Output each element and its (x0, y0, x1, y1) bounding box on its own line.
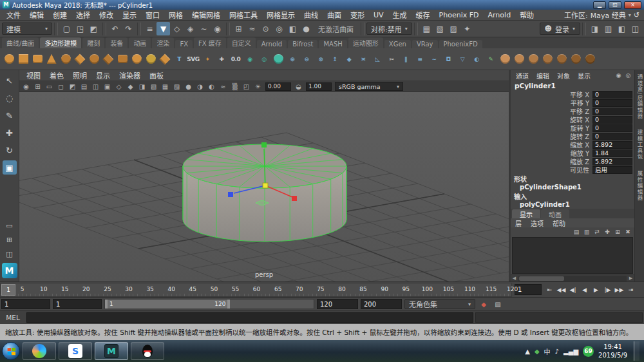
go-to-end-button[interactable]: ⇥ (625, 284, 636, 295)
scale-tool-icon[interactable]: ▣ (3, 160, 17, 175)
open-render-view-icon[interactable]: ▦ (420, 22, 433, 35)
boolean-difference-icon[interactable]: ⊖ (299, 50, 314, 69)
minimize-button[interactable]: ▁ (593, 1, 606, 9)
menu-item[interactable]: 网格工具 (225, 10, 262, 20)
poly-gear-icon[interactable] (144, 50, 158, 69)
menu-item[interactable]: UV (369, 11, 388, 19)
select-hierarchy-icon[interactable]: ≡ (143, 22, 156, 35)
playback-start-field[interactable]: 1 (53, 299, 102, 309)
move-tool-icon[interactable]: ✚ (3, 126, 17, 140)
menu-item[interactable]: 生成 (388, 10, 412, 20)
poly-plane-icon[interactable] (73, 50, 87, 69)
toolbar-separator[interactable] (226, 23, 230, 35)
mirror-icon[interactable]: ◐ (469, 50, 484, 69)
resolution-gate-icon[interactable]: ◻ (55, 82, 66, 91)
layer-playback-mode-icon[interactable]: ▥ (582, 228, 591, 236)
textured-display-icon[interactable]: ▨ (171, 82, 182, 91)
svg-tool-icon[interactable]: SVG (186, 50, 200, 69)
panel-menu-item[interactable]: 视图 (22, 70, 45, 81)
shelf-tab[interactable]: 动画 (129, 37, 151, 48)
channel-attribute-value[interactable]: 1.84 (592, 149, 632, 157)
menu-item[interactable]: 帮助 (515, 10, 538, 20)
safe-action-icon[interactable]: ◫ (90, 82, 101, 91)
menu-item[interactable]: 选择 (71, 10, 95, 20)
renderer-settings-icon[interactable]: ◉ (21, 82, 32, 91)
restore-button[interactable]: ◱ (609, 1, 621, 9)
wireframe-on-shaded-icon[interactable]: ▦ (160, 82, 171, 91)
separate-icon[interactable]: ◎ (257, 50, 271, 69)
shelf-tab[interactable]: VRay (412, 40, 438, 48)
sidebar-vertical-tab[interactable]: 属性编辑器 (636, 171, 643, 202)
attribute-editor-toggle-icon[interactable]: ◧ (615, 22, 629, 35)
grab-sculpt-icon[interactable] (540, 50, 554, 69)
insert-edge-loop-icon[interactable]: ∥ (399, 50, 413, 69)
toolbar-separator[interactable] (361, 23, 365, 35)
layer-editor-menu-item[interactable]: 帮助 (548, 218, 570, 228)
boolean-union-icon[interactable]: ⊕ (285, 50, 299, 69)
smooth-sculpt-icon[interactable] (512, 50, 526, 69)
gpu-cache-icon[interactable]: ◰ (241, 82, 252, 91)
persp-outliner-layout-icon[interactable]: ◫ (3, 249, 17, 260)
shelf-tab[interactable]: 运动图形 (348, 37, 383, 48)
menu-item[interactable]: 网格 (164, 10, 187, 20)
viewport-scene[interactable] (19, 92, 509, 281)
poly-sphere-icon[interactable] (2, 50, 16, 69)
close-button[interactable]: × (624, 1, 641, 9)
ambient-occlusion-icon[interactable]: ◐ (206, 82, 217, 91)
shelf-tab[interactable]: XGen (384, 40, 411, 48)
start-button[interactable] (2, 342, 20, 360)
exposure-field[interactable]: 0.00 (265, 82, 291, 91)
scale-z-handle[interactable] (228, 192, 233, 197)
character-set-dropdown[interactable]: 无角色集 ▾ (404, 299, 475, 309)
symmetry-dropdown[interactable]: 对称:禁用 ▾ (366, 23, 412, 35)
undo-icon[interactable]: ↶ (108, 22, 122, 35)
toolbar-separator[interactable] (137, 23, 141, 35)
panel-menu-item[interactable]: 照明 (68, 70, 91, 81)
snap-view-plane-icon[interactable]: ◧ (286, 22, 299, 35)
sidebar-vertical-tab[interactable]: 通道盒/层编辑器 (636, 74, 643, 119)
play-forward-button[interactable]: ▶ (591, 284, 601, 295)
super-shape-icon[interactable] (158, 50, 172, 69)
multi-cut-icon[interactable]: ✂ (384, 50, 399, 69)
toolbar-separator[interactable] (414, 23, 418, 35)
range-slider-active-range[interactable]: 1 120 (105, 300, 230, 309)
layer-editor-tab[interactable]: 显示 (512, 209, 540, 218)
show-desktop-button[interactable] (634, 341, 639, 361)
four-pane-layout-icon[interactable]: ⊞ (3, 234, 17, 245)
snap-grid-icon[interactable]: ⊞ (232, 22, 245, 35)
motion-blur-icon[interactable]: ≈ (218, 82, 229, 91)
shelf-tab[interactable]: 装备 (106, 37, 128, 48)
xray-icon[interactable]: ▧ (148, 82, 159, 91)
sweep-mesh-icon[interactable]: ✦ (200, 50, 214, 69)
contrast-icon[interactable]: ◒ (293, 82, 304, 91)
animation-start-field[interactable]: 1 (1, 299, 50, 309)
channel-attribute-value[interactable]: 5.892 (592, 158, 632, 166)
panel-menu-item[interactable]: 渲染器 (115, 70, 145, 81)
rotate-tool-icon[interactable]: ↻ (3, 143, 17, 157)
render-settings-icon[interactable]: ✦ (460, 22, 474, 35)
shelf-tab[interactable]: MASH (319, 40, 346, 48)
step-back-key-button[interactable]: ◀◀ (556, 284, 567, 295)
render-current-frame-icon[interactable]: ▧ (433, 22, 447, 35)
tray-network-icon[interactable]: ▂▄▆ (564, 348, 578, 355)
quad-draw-icon[interactable]: ✎ (484, 50, 498, 69)
shelf-tab[interactable]: 雕刻 (82, 37, 104, 48)
channel-object-name[interactable]: pCylinder1 (511, 81, 634, 90)
shelf-tab[interactable]: Arnold (257, 40, 287, 48)
layer-transfer-icon[interactable]: ⇄ (592, 228, 601, 236)
snap-projected-center-icon[interactable]: ◎ (272, 22, 286, 35)
taskbar-browser-button[interactable] (23, 342, 56, 360)
maya-logo-icon[interactable]: M (2, 263, 17, 278)
animation-preferences-icon[interactable]: ▤ (492, 299, 504, 309)
channel-hyperbolic-icon[interactable]: ◎ (623, 71, 633, 80)
layer-editor-tab[interactable]: 动画 (541, 209, 569, 218)
menu-item[interactable]: Phoenix FD (435, 11, 484, 19)
scale-y-handle[interactable] (261, 142, 267, 148)
viewport-3d[interactable]: persp (19, 92, 509, 281)
menu-set-dropdown[interactable]: 建模 ▾ (2, 23, 52, 35)
panel-menu-item[interactable]: 着色 (45, 70, 68, 81)
field-chart-icon[interactable]: ▤ (79, 82, 90, 91)
safe-title-icon[interactable]: ▣ (102, 82, 113, 91)
menu-item[interactable]: 编辑 (25, 10, 48, 20)
bulge-sculpt-icon[interactable] (583, 50, 597, 69)
